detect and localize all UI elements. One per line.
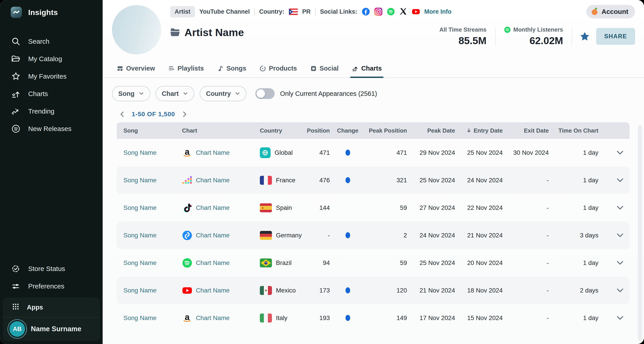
song-link[interactable]: Song Name xyxy=(124,232,156,239)
spotify-icon[interactable] xyxy=(387,8,395,16)
position-value: 144 xyxy=(312,204,330,211)
expand-row-button[interactable] xyxy=(616,232,624,239)
chart-link[interactable]: Chart Name xyxy=(196,149,230,156)
col-position[interactable]: Position xyxy=(312,127,330,134)
filter-chart-dropdown[interactable]: Chart xyxy=(156,86,194,101)
more-info-link[interactable]: More Info xyxy=(424,8,452,15)
sort-desc-icon xyxy=(466,128,471,133)
sidebar-item-label: Trending xyxy=(28,107,54,115)
song-link[interactable]: Song Name xyxy=(124,287,156,294)
expand-row-button[interactable] xyxy=(616,150,624,156)
col-peak-position[interactable]: Peak Position xyxy=(366,127,407,134)
expand-row-button[interactable] xyxy=(616,287,624,294)
sidebar-item-apps[interactable]: Apps xyxy=(3,298,100,317)
shazam-icon xyxy=(182,230,192,241)
favorite-star-button[interactable] xyxy=(580,31,590,42)
pagination: 1-50 OF 1,500 xyxy=(103,111,644,118)
tab-label: Songs xyxy=(226,65,246,72)
share-button[interactable]: SHARE xyxy=(596,28,635,45)
sidebar-item-store-status[interactable]: Store Status xyxy=(0,260,103,277)
col-change[interactable]: Change xyxy=(330,127,366,134)
instagram-icon[interactable] xyxy=(374,8,382,16)
table-row: Song Name Chart Name Germany - 2 24 Nov … xyxy=(117,222,630,249)
col-peak-date[interactable]: Peak Date xyxy=(407,127,455,134)
entry-date-value: 20 Nov 2024 xyxy=(455,259,503,266)
sidebar-item-new-releases[interactable]: New Releases xyxy=(0,120,103,137)
youtube-icon[interactable] xyxy=(412,8,420,16)
appearances-toggle[interactable] xyxy=(255,88,274,99)
song-link[interactable]: Song Name xyxy=(124,314,156,322)
sidebar-item-my-catalog[interactable]: My Catalog xyxy=(0,50,103,68)
account-button[interactable]: Account xyxy=(586,5,635,18)
song-link[interactable]: Song Name xyxy=(124,149,156,156)
search-icon xyxy=(11,36,21,47)
peak-date-value: 24 Nov 2024 xyxy=(407,232,455,239)
position-value: 193 xyxy=(312,314,330,322)
peak-position-value: 471 xyxy=(366,149,407,156)
tab-overview[interactable]: Overview xyxy=(117,65,155,78)
expand-row-button[interactable] xyxy=(616,260,624,266)
col-country[interactable]: Country xyxy=(260,127,312,134)
disc-icon xyxy=(260,65,266,72)
x-icon[interactable] xyxy=(399,8,408,16)
tab-playlists[interactable]: Playlists xyxy=(168,65,204,78)
chart-link[interactable]: Chart Name xyxy=(196,232,230,239)
expand-row-button[interactable] xyxy=(616,177,624,184)
youtube-channel-badge[interactable]: YouTube Channel xyxy=(200,8,250,15)
filter-country-dropdown[interactable]: Country xyxy=(200,86,246,101)
filters-bar: Song Chart Country Only Current Appearan… xyxy=(103,86,644,101)
col-song[interactable]: Song xyxy=(117,127,182,134)
song-link[interactable]: Song Name xyxy=(124,204,156,211)
sidebar-item-charts[interactable]: Charts xyxy=(0,85,103,103)
facebook-icon[interactable] xyxy=(362,8,370,16)
entry-date-value: 24 Nov 2024 xyxy=(455,177,503,184)
playlists-icon xyxy=(168,65,175,72)
mexico-flag-icon xyxy=(260,286,272,295)
scrollbar[interactable] xyxy=(638,125,642,341)
app-logo[interactable]: Insights xyxy=(0,7,103,18)
tab-charts[interactable]: Charts xyxy=(352,65,382,78)
col-chart[interactable]: Chart xyxy=(182,127,260,134)
table-header: Song Chart Country Position Change Peak … xyxy=(117,122,630,139)
sidebar-item-search[interactable]: Search xyxy=(0,33,103,50)
tab-products[interactable]: Products xyxy=(260,65,297,78)
spain-flag-icon xyxy=(260,203,272,212)
spotify-icon xyxy=(182,258,192,268)
artist-type-badge: Artist xyxy=(170,6,195,18)
chart-link[interactable]: Chart Name xyxy=(196,287,230,294)
exit-date-value: - xyxy=(503,232,549,239)
expand-row-button[interactable] xyxy=(616,205,624,211)
entry-date-value: 21 Nov 2024 xyxy=(455,232,503,239)
user-profile[interactable]: AB Name Surname xyxy=(3,317,100,341)
expand-row-button[interactable] xyxy=(616,315,624,321)
chart-link[interactable]: Chart Name xyxy=(196,314,230,322)
pagination-next-button[interactable] xyxy=(181,111,188,117)
tab-songs[interactable]: Songs xyxy=(217,65,246,78)
sidebar-item-preferences[interactable]: Preferences xyxy=(0,277,103,295)
account-label: Account xyxy=(602,8,628,16)
col-entry-date[interactable]: Entry Date xyxy=(455,127,503,134)
sidebar-item-my-favorites[interactable]: My Favorites xyxy=(0,68,103,85)
chart-link[interactable]: Chart Name xyxy=(196,204,230,211)
pagination-prev-button[interactable] xyxy=(119,111,126,117)
sidebar-item-label: Store Status xyxy=(28,265,65,273)
peak-position-value: 59 xyxy=(366,204,407,211)
filter-song-dropdown[interactable]: Song xyxy=(112,86,150,101)
chart-link[interactable]: Chart Name xyxy=(196,259,230,266)
sidebar-item-trending[interactable]: Trending xyxy=(0,103,103,120)
sidebar-item-label: My Favorites xyxy=(28,73,67,80)
time-on-chart-value: 1 day xyxy=(549,149,598,156)
tab-social[interactable]: Social xyxy=(310,65,338,78)
col-time-on-chart[interactable]: Time On Chart xyxy=(549,127,598,134)
artist-avatar xyxy=(112,5,161,54)
tab-label: Overview xyxy=(126,65,155,72)
col-exit-date[interactable]: Exit Date xyxy=(503,127,549,134)
charts-icon xyxy=(11,89,21,99)
deezer-icon xyxy=(182,175,192,186)
peak-date-value: 27 Nov 2024 xyxy=(407,204,455,211)
time-on-chart-value: 3 days xyxy=(549,232,598,239)
song-link[interactable]: Song Name xyxy=(124,177,156,184)
song-link[interactable]: Song Name xyxy=(124,259,156,266)
social-links-label: Social Links: xyxy=(320,8,357,15)
chart-link[interactable]: Chart Name xyxy=(196,177,230,184)
